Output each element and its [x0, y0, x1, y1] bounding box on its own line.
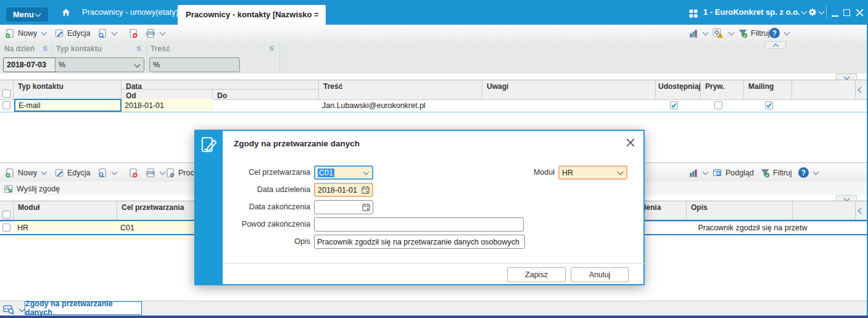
- collapse-side-panel-button[interactable]: [856, 80, 866, 99]
- send-consent-button[interactable]: Wyślij zgodę: [4, 182, 60, 195]
- edit-icon: [54, 28, 64, 38]
- divider: [279, 41, 280, 73]
- chart-button[interactable]: [688, 27, 709, 40]
- preview-button[interactable]: Podgląd: [713, 166, 754, 179]
- settings-button[interactable]: [807, 7, 825, 17]
- document-gear-icon: [165, 168, 175, 178]
- printer-icon: [146, 28, 155, 38]
- field-label-modul: Moduł: [504, 168, 555, 177]
- column-header-tresc[interactable]: Treść: [319, 80, 482, 99]
- filter-panel: Na dzień ≤ Typ kontaktu ≤ Treść ≤ 2018-0…: [0, 41, 867, 73]
- chevron-down-icon: [363, 169, 370, 175]
- new-button[interactable]: Nowy: [5, 27, 48, 40]
- close-window-button[interactable]: [856, 9, 864, 19]
- cell-do[interactable]: [213, 99, 319, 112]
- chevron-down-icon: [801, 9, 807, 15]
- preview-document-button[interactable]: [97, 166, 118, 179]
- select-all-checkbox[interactable]: [2, 211, 10, 219]
- checkbox-mailing-checked[interactable]: [765, 101, 773, 109]
- powod-zakonczenia-input[interactable]: [314, 217, 524, 232]
- column-header-modul[interactable]: Moduł: [14, 201, 117, 220]
- dialog-close-button[interactable]: [624, 136, 637, 149]
- help-icon: ?: [769, 28, 780, 38]
- tab-pracownicy-umowy[interactable]: Pracownicy - umowy(etaty): [82, 7, 178, 17]
- filter-operator[interactable]: ≤: [137, 44, 141, 52]
- maximize-button[interactable]: [843, 9, 850, 16]
- print-button[interactable]: [146, 166, 166, 179]
- chevron-down-icon: [618, 169, 624, 175]
- checkbox-pryw-unchecked[interactable]: [714, 101, 722, 109]
- opis-input[interactable]: Pracownik zgodził się na przetwarzanie d…: [314, 235, 525, 249]
- window-magnifier-icon: [713, 168, 722, 178]
- row-checkbox[interactable]: [2, 224, 10, 232]
- collapse-filter-panel-button[interactable]: [765, 41, 786, 49]
- cell-tresc[interactable]: Jan.Lubawski@eurokonkret.pl: [319, 99, 482, 112]
- select-all-column[interactable]: [0, 201, 14, 220]
- new-document-icon: [5, 168, 15, 178]
- tab-zgody-na-przetwarzanie-danych[interactable]: Zgody na przetwarzanie danych: [25, 301, 142, 315]
- preview-document-button[interactable]: [97, 27, 118, 40]
- column-header-mailing[interactable]: Mailing: [744, 80, 792, 99]
- tab-pracownicy-kontakty[interactable]: Pracownicy - kontakty [Nazwisko =: [178, 5, 326, 25]
- modul-select[interactable]: HR: [558, 165, 627, 180]
- filter-operator[interactable]: ≤: [43, 44, 48, 52]
- data-udzielenia-input[interactable]: 2018-01-01: [314, 183, 373, 197]
- delete-button[interactable]: [128, 27, 138, 40]
- contacts-grid-header: Typ kontaktu Data Od Do Treść Uwagi Udos…: [0, 80, 867, 100]
- column-header-od[interactable]: Od: [122, 90, 213, 99]
- chart-button[interactable]: [688, 166, 709, 179]
- select-all-column[interactable]: [0, 80, 14, 99]
- help-button[interactable]: ?: [798, 166, 819, 179]
- column-header-pryw[interactable]: Pryw.: [701, 80, 744, 99]
- filter-button[interactable]: Filtruj: [760, 166, 792, 179]
- edit-button[interactable]: Edycja: [54, 166, 91, 179]
- print-button[interactable]: [146, 27, 166, 40]
- chevron-up-icon: [773, 44, 779, 50]
- row-checkbox[interactable]: [2, 101, 10, 109]
- delete-button[interactable]: [128, 166, 138, 179]
- cel-przetwarzania-select[interactable]: C01: [314, 165, 373, 180]
- content-filter-input[interactable]: %: [149, 57, 240, 72]
- company-selector[interactable]: 1 - EuroKonkret sp. z o.o.: [703, 7, 808, 17]
- close-icon: [856, 9, 864, 17]
- apps-button[interactable]: [689, 9, 698, 20]
- menu-button[interactable]: Menu: [6, 7, 48, 22]
- cell-opis[interactable]: Pracownik zgodził się na przetw: [648, 221, 858, 234]
- grid-settings-button[interactable]: [712, 27, 735, 40]
- column-header-typ-kontaktu[interactable]: Typ kontaktu: [14, 80, 122, 99]
- document-magnifier-icon: [97, 168, 107, 178]
- check-icon: [766, 102, 772, 109]
- bar-chart-icon: [688, 28, 698, 38]
- new-button[interactable]: Nowy: [5, 166, 48, 179]
- cell-typ-kontaktu[interactable]: E-mail: [14, 99, 122, 112]
- filter-operator[interactable]: ≤: [270, 44, 274, 52]
- cell-modul[interactable]: HR: [14, 221, 117, 234]
- cancel-button[interactable]: Anuluj: [571, 267, 629, 282]
- column-header-data[interactable]: Data: [122, 80, 319, 90]
- column-header-do[interactable]: Do: [213, 90, 319, 99]
- select-all-checkbox[interactable]: [2, 90, 10, 98]
- save-button[interactable]: Zapisz: [507, 267, 566, 282]
- checkbox-udostepniaj-checked[interactable]: [670, 101, 678, 109]
- chevron-down-icon: [112, 169, 118, 175]
- filter-button[interactable]: Filtruj: [738, 27, 770, 40]
- edit-button[interactable]: Edycja: [54, 27, 91, 40]
- data-zakonczenia-input[interactable]: [314, 200, 373, 214]
- related-views-button[interactable]: [3, 303, 25, 316]
- chevron-down-icon: [844, 74, 850, 80]
- column-header-udostepniaj[interactable]: Udostępniaj: [656, 80, 701, 99]
- column-header-uwagi[interactable]: Uwagi: [482, 80, 656, 99]
- home-button[interactable]: [61, 7, 71, 17]
- contacts-grid-row[interactable]: E-mail 2018-01-01 Jan.Lubawski@eurokonkr…: [0, 99, 867, 112]
- field-label-powod: Powód zakończenia: [208, 220, 310, 228]
- gear-warning-icon: [712, 28, 724, 38]
- chevron-down-icon: [703, 169, 709, 175]
- divider: [223, 263, 645, 264]
- collapse-side-panel-button[interactable]: [856, 201, 866, 220]
- minimize-button[interactable]: [832, 15, 838, 17]
- application-window: Menu Pracownicy - umowy(etaty) Pracownic…: [0, 0, 868, 318]
- cell-od[interactable]: 2018-01-01: [122, 99, 213, 112]
- contact-type-filter-select[interactable]: %: [55, 57, 144, 72]
- help-button[interactable]: ?: [769, 27, 790, 40]
- column-header-opis[interactable]: Opis: [687, 201, 793, 220]
